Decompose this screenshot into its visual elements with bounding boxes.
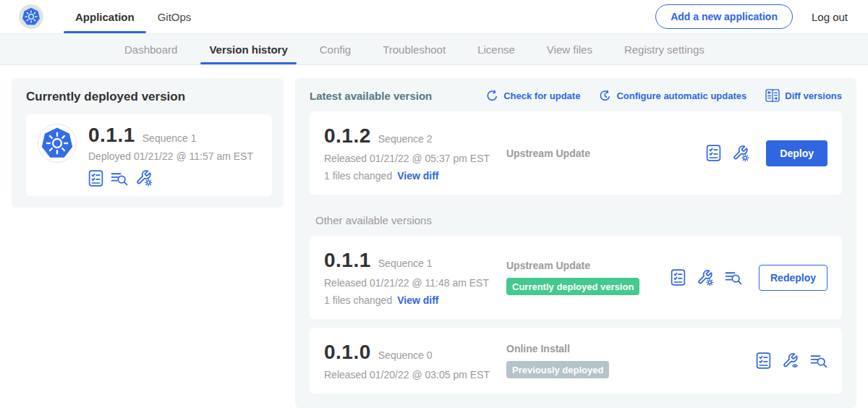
deploy-button[interactable]: Deploy <box>766 140 827 166</box>
deployed-version-number: 0.1.1 <box>88 124 135 147</box>
other-versions-title: Other available versions <box>315 214 842 226</box>
version-source: Online Install Previously deployed <box>506 343 756 378</box>
header-tabs: Application GitOps <box>64 0 203 33</box>
kubernetes-logo-icon <box>41 127 74 160</box>
subnav-tab-view-files[interactable]: View files <box>531 34 608 64</box>
version-history-panel: Latest available version Check for updat… <box>295 78 856 408</box>
configure-automatic-updates-link[interactable]: Configure automatic updates <box>599 90 746 102</box>
view-diff-link[interactable]: View diff <box>397 170 438 182</box>
add-application-button[interactable]: Add a new application <box>655 4 793 29</box>
version-number: 0.1.2 <box>324 124 371 148</box>
main-content: Currently deployed version 0.1.1 <box>0 65 868 408</box>
deployed-panel-title: Currently deployed version <box>26 90 272 104</box>
version-row-actions: Deploy <box>706 140 827 166</box>
version-number: 0.1.0 <box>324 341 371 364</box>
version-source: Upstream Update <box>506 148 706 159</box>
latest-version-title: Latest available version <box>310 90 432 102</box>
subnav-tab-dashboard[interactable]: Dashboard <box>109 34 193 64</box>
released-timestamp: Released 01/20/22 @ 03:05 pm EST <box>324 369 506 381</box>
app-header: Application GitOps Add a new application… <box>0 0 868 33</box>
logout-button[interactable]: Log out <box>812 11 848 23</box>
diff-versions-link[interactable]: Diff versions <box>765 89 842 102</box>
versions-panel-header: Latest available version Check for updat… <box>310 89 842 102</box>
file-search-icon[interactable] <box>725 270 742 285</box>
tab-application[interactable]: Application <box>64 0 146 33</box>
version-actions: Check for update Configure automatic upd… <box>486 89 842 102</box>
currently-deployed-panel: Currently deployed version 0.1.1 <box>12 78 284 208</box>
check-for-update-label: Check for update <box>503 90 580 101</box>
version-sequence: Sequence 2 <box>378 133 433 145</box>
released-timestamp: Released 01/21/22 @ 05:37 pm EST <box>324 153 506 164</box>
version-row-actions: Redeploy <box>671 265 827 291</box>
app-subnav: Dashboard Version history Config Trouble… <box>0 33 868 65</box>
view-diff-link[interactable]: View diff <box>397 294 438 306</box>
currently-deployed-badge: Currently deployed version <box>506 278 639 295</box>
version-row-0-1-0: 0.1.0 Sequence 0 Released 01/20/22 @ 03:… <box>310 328 842 394</box>
checklist-icon[interactable] <box>706 145 721 161</box>
subnav-tab-config[interactable]: Config <box>304 34 367 64</box>
check-for-update-link[interactable]: Check for update <box>486 90 580 102</box>
files-changed-label: 1 files changed <box>324 170 392 182</box>
source-label: Online Install <box>506 343 756 354</box>
refresh-icon <box>486 90 498 102</box>
file-search-icon[interactable] <box>111 171 128 186</box>
previously-deployed-badge: Previously deployed <box>506 361 609 378</box>
source-label: Upstream Update <box>506 148 706 159</box>
configure-automatic-updates-label: Configure automatic updates <box>616 90 746 101</box>
version-row-0-1-2: 0.1.2 Sequence 2 Released 01/21/22 @ 05:… <box>310 111 842 195</box>
subnav-tab-registry-settings[interactable]: Registry settings <box>608 34 720 64</box>
deployed-timestamp: Deployed 01/21/22 @ 11:57 am EST <box>88 150 253 162</box>
version-info: 0.1.1 Sequence 1 Released 01/21/22 @ 11:… <box>324 249 506 306</box>
checklist-icon[interactable] <box>88 170 103 187</box>
wrench-gear-icon[interactable] <box>697 269 714 286</box>
tab-gitops[interactable]: GitOps <box>146 0 203 33</box>
header-right: Add a new application Log out <box>655 0 848 33</box>
app-logo <box>38 124 77 163</box>
deployed-version-card: 0.1.1 Sequence 1 Deployed 01/21/22 @ 11:… <box>26 114 272 196</box>
clock-refresh-icon <box>599 90 611 102</box>
released-timestamp: Released 01/21/22 @ 11:48 am EST <box>324 277 506 289</box>
version-sequence: Sequence 0 <box>378 349 433 361</box>
kubernetes-logo-icon <box>22 7 41 26</box>
version-source: Upstream Update Currently deployed versi… <box>506 260 671 295</box>
version-number: 0.1.1 <box>324 249 371 272</box>
redeploy-button[interactable]: Redeploy <box>759 265 827 291</box>
version-row-0-1-1: 0.1.1 Sequence 1 Released 01/21/22 @ 11:… <box>310 236 842 319</box>
subnav-tab-version-history[interactable]: Version history <box>193 34 303 64</box>
diff-versions-label: Diff versions <box>785 90 842 101</box>
version-info: 0.1.0 Sequence 0 Released 01/20/22 @ 03:… <box>324 341 506 381</box>
kubernetes-logo <box>19 4 43 29</box>
wrench-gear-icon[interactable] <box>732 145 749 162</box>
subnav-tab-troubleshoot[interactable]: Troubleshoot <box>367 34 461 64</box>
files-changed-label: 1 files changed <box>324 294 392 306</box>
version-info: 0.1.2 Sequence 2 Released 01/21/22 @ 05:… <box>324 124 506 182</box>
source-label: Upstream Update <box>506 260 671 271</box>
deployed-version-info: 0.1.1 Sequence 1 Deployed 01/21/22 @ 11:… <box>88 124 253 187</box>
checklist-icon[interactable] <box>756 352 771 369</box>
file-search-icon[interactable] <box>810 353 827 368</box>
subnav-tab-license[interactable]: License <box>461 34 531 64</box>
diff-columns-icon <box>765 89 780 102</box>
wrench-eye-icon[interactable] <box>782 352 799 370</box>
wrench-gear-icon[interactable] <box>135 169 153 187</box>
version-sequence: Sequence 1 <box>378 258 433 269</box>
deployed-sequence: Sequence 1 <box>142 132 197 144</box>
checklist-icon[interactable] <box>671 269 686 286</box>
version-row-actions <box>756 352 827 370</box>
